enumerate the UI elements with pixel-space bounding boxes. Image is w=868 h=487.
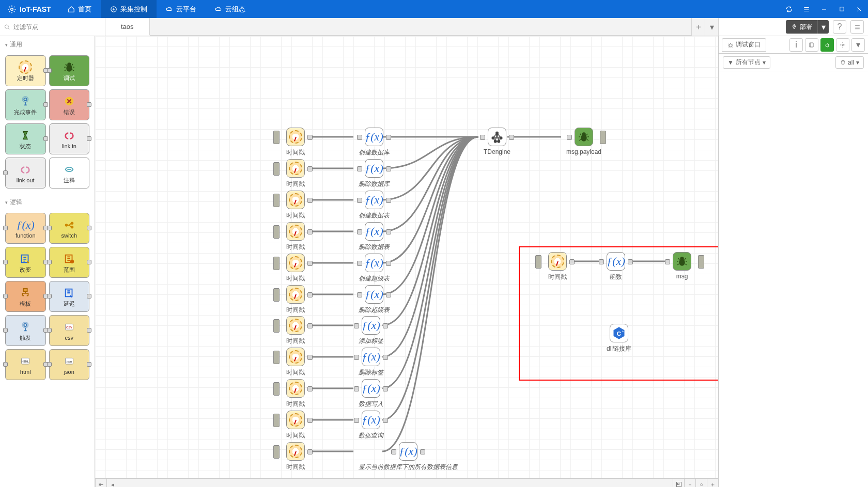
output-port[interactable] [420,449,425,454]
palette-node-link out[interactable]: link out [5,158,46,188]
input-port[interactable] [354,418,359,423]
palette-cat-logic[interactable]: 逻辑 [0,194,95,211]
nav-cloudcfg[interactable]: 云组态 [206,0,255,18]
debug-tab[interactable]: 调试窗口 [722,38,766,52]
palette-node-状态[interactable]: 状态 [5,123,46,154]
output-port[interactable] [383,355,388,360]
palette-node-模板[interactable]: 模板 [5,281,46,312]
output-port[interactable] [307,386,313,391]
inject-button[interactable] [273,131,280,144]
tdengine-node[interactable]: TDengine [484,128,510,155]
deploy-button[interactable]: 部署 ▾ [786,20,829,34]
debug-toggle[interactable] [600,131,606,144]
palette-filter[interactable] [0,18,105,36]
inject-button[interactable] [273,162,280,176]
inject-button[interactable] [273,351,280,364]
nav-collect[interactable]: 采集控制 [101,0,157,18]
function-node-0[interactable]: ƒ(x)创建数据库 [359,128,390,157]
timer-node-7[interactable]: 时间戳 [286,348,305,377]
function-node-8[interactable]: ƒ(x)数据写入 [359,379,383,409]
output-port[interactable] [307,261,313,266]
timer-node-3[interactable]: 时间戳 [286,222,305,252]
output-port[interactable] [307,355,313,360]
nav-cloud[interactable]: 云平台 [157,0,206,18]
output-port[interactable] [386,292,391,297]
minimize-button[interactable] [815,0,833,18]
timer-node-6[interactable]: 时间戳 [286,316,305,345]
palette-node-link in[interactable]: link in [49,123,90,154]
inject-button[interactable] [273,414,280,427]
input-port[interactable] [357,135,362,140]
output-port[interactable] [307,229,313,234]
tab-dropdown-button[interactable]: ▾ [851,38,865,52]
debug-filter-dropdown[interactable]: ▼所有节点▾ [723,56,770,69]
palette-node-csv[interactable]: CSVcsv [49,315,90,346]
output-port[interactable] [509,135,514,140]
function-node-3[interactable]: ƒ(x)删除数据表 [359,222,390,252]
input-port[interactable] [480,135,485,140]
footer-expand-left[interactable]: ⇤ [95,479,106,487]
output-port[interactable] [383,323,388,328]
palette-cat-common[interactable]: 通用 [0,36,95,53]
inject-button[interactable] [273,225,280,239]
output-port[interactable] [386,261,391,266]
close-button[interactable] [850,0,868,18]
refresh-button[interactable] [780,0,798,18]
maximize-button[interactable] [833,0,850,18]
palette-node-改变[interactable]: 改变 [5,247,46,278]
deploy-dropdown[interactable]: ▾ [817,20,829,34]
palette-node-json[interactable]: jsonjson [49,349,90,380]
input-port[interactable] [354,386,359,391]
function-node-10[interactable]: ƒ(x)显示当前数据库下的所有数据表信息 [359,442,458,472]
zoom-in-button[interactable]: ＋ [707,479,718,487]
output-port[interactable] [386,166,391,171]
palette-node-错误[interactable]: 错误 [49,89,90,120]
palette-node-范围[interactable]: 范围 [49,247,90,278]
filter-input[interactable] [13,23,101,30]
function-node-6[interactable]: ƒ(x)添加标签 [359,316,383,345]
navigator-button[interactable] [673,479,684,487]
output-port[interactable] [307,418,313,423]
zoom-reset-button[interactable]: ○ [695,479,707,487]
palette-node-延迟[interactable]: 延迟 [49,281,90,312]
inject-button[interactable] [273,194,280,207]
output-port[interactable] [307,449,313,454]
output-port[interactable] [386,198,391,203]
timer-node-9[interactable]: 时间戳 [286,411,305,440]
function-node-4[interactable]: ƒ(x)创建超级表 [359,254,390,283]
input-port[interactable] [357,261,362,266]
flow-menu-button[interactable]: ▾ [705,18,718,36]
debug-node-payload[interactable]: msg.payload [566,128,601,155]
timer-node-5[interactable]: 时间戳 [286,285,305,315]
function-node-5[interactable]: ƒ(x)删除超级表 [359,285,390,315]
add-flow-button[interactable]: ＋ [691,18,705,36]
function-node-7[interactable]: ƒ(x)删除标签 [359,348,383,377]
timer-node-0[interactable]: 时间戳 [286,128,305,157]
output-port[interactable] [307,198,313,203]
input-port[interactable] [567,135,572,140]
timer-node-4[interactable]: 时间戳 [286,254,305,283]
input-port[interactable] [357,166,362,171]
palette-node-switch[interactable]: switch [49,213,90,244]
footer-collapse-left[interactable]: ◂ [106,479,118,487]
inject-button[interactable] [273,382,280,396]
timer-node-10[interactable]: 时间戳 [286,442,305,472]
palette-node-完成事件[interactable]: 完成事件 [5,89,46,120]
palette-node-function[interactable]: ƒ(x)function [5,213,46,244]
input-port[interactable] [354,355,359,360]
output-port[interactable] [386,135,391,140]
inject-button[interactable] [273,288,280,302]
config-tab-button[interactable] [836,38,849,52]
flow-canvas[interactable]: 时间戳时间戳时间戳时间戳时间戳时间戳时间戳时间戳时间戳时间戳时间戳ƒ(x)创建数… [95,36,718,487]
debug-tab-button[interactable] [820,38,834,52]
input-port[interactable] [357,229,362,234]
function-node-9[interactable]: ƒ(x)数据查询 [359,411,383,440]
debug-clear-button[interactable]: all▾ [835,56,864,69]
input-port[interactable] [357,292,362,297]
palette-node-触发[interactable]: 触发 [5,315,46,346]
inject-button[interactable] [273,445,280,459]
main-menu-button[interactable] [850,20,864,34]
nav-home[interactable]: 首页 [58,0,101,18]
timer-node-2[interactable]: 时间戳 [286,191,305,220]
help-button[interactable]: ? [833,20,846,34]
